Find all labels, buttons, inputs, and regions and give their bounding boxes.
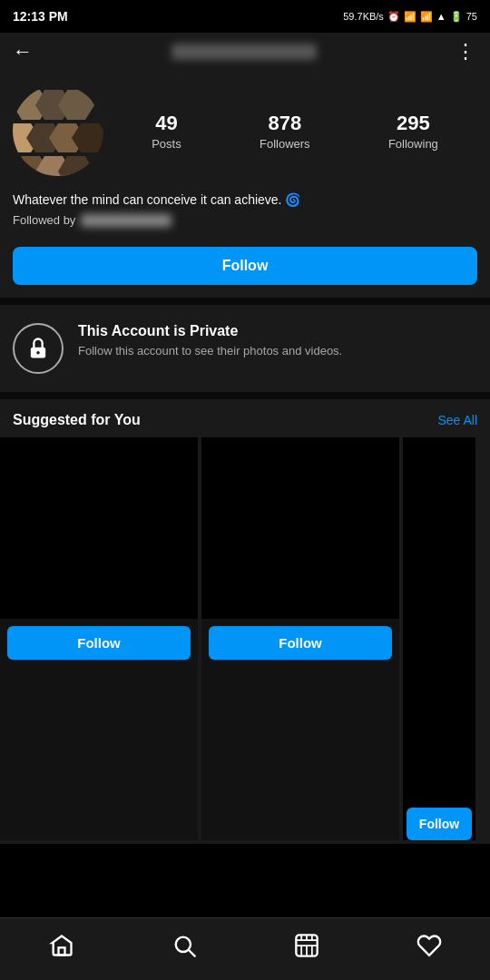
posts-count: 49: [155, 112, 177, 135]
avatar: [13, 85, 103, 176]
more-options-button[interactable]: ⋮: [456, 40, 477, 64]
heart-icon: [416, 933, 442, 958]
suggested-title: Suggested for You: [13, 412, 141, 428]
alarm-icon: ⏰: [387, 11, 400, 23]
section-divider: [0, 298, 490, 305]
card-image-2: [201, 437, 399, 619]
reels-nav-button[interactable]: [276, 929, 338, 962]
lock-icon: [25, 336, 51, 361]
followers-label: Followers: [260, 137, 310, 151]
private-title: This Account is Private: [78, 323, 342, 339]
wifi-icon: 📶: [420, 11, 433, 23]
profile-header: 49 Posts 878 Followers 295 Following: [0, 71, 490, 183]
heart-nav-button[interactable]: [398, 929, 460, 962]
status-time: 12:13 PM: [13, 9, 68, 24]
battery-icon: 🔋: [450, 11, 463, 23]
bio-text: Whatever the mind can conceive it can ac…: [13, 191, 477, 210]
top-nav: ← ⋮: [0, 33, 490, 71]
status-icons: 59.7KB/s ⏰ 📶 📶 ▲ 🔋 75: [343, 11, 477, 23]
home-nav-button[interactable]: [31, 929, 93, 962]
suggested-cards: Follow Follow Follow: [0, 437, 490, 844]
followers-stat: 878 Followers: [260, 112, 310, 151]
followed-by-name-blurred: [81, 214, 172, 227]
status-bar: 12:13 PM 59.7KB/s ⏰ 📶 📶 ▲ 🔋 75: [0, 0, 490, 33]
suggested-follow-button-1[interactable]: Follow: [7, 626, 191, 660]
signal-icon: 📶: [404, 11, 416, 23]
svg-rect-13: [58, 947, 64, 955]
home-icon: [49, 933, 74, 958]
search-nav-button[interactable]: [153, 929, 215, 962]
svg-point-12: [36, 351, 40, 355]
back-button[interactable]: ←: [13, 40, 33, 64]
see-all-button[interactable]: See All: [437, 413, 477, 427]
suggested-card-2: Follow: [201, 437, 399, 840]
lock-icon-circle: [13, 323, 64, 374]
posts-label: Posts: [152, 137, 181, 151]
following-label: Following: [388, 137, 438, 151]
card-image-1: [0, 437, 198, 619]
posts-stat: 49 Posts: [152, 112, 181, 151]
private-description: Follow this account to see their photos …: [78, 343, 342, 359]
battery-level: 75: [466, 11, 477, 22]
followers-count: 878: [268, 112, 301, 135]
private-text: This Account is Private Follow this acco…: [78, 323, 342, 359]
suggested-follow-button-3[interactable]: Follow: [407, 808, 472, 840]
suggested-follow-button-2[interactable]: Follow: [209, 626, 392, 660]
section-divider-2: [0, 392, 490, 399]
suggested-card-1: Follow: [0, 437, 198, 840]
username-blurred: [172, 44, 317, 60]
reels-icon: [294, 933, 319, 958]
followed-by: Followed by: [13, 213, 477, 227]
search-icon: [172, 933, 197, 958]
following-count: 295: [397, 112, 430, 135]
stats-container: 49 Posts 878 Followers 295 Following: [103, 112, 477, 151]
bio-section: Whatever the mind can conceive it can ac…: [0, 183, 490, 238]
bottom-spacer: [0, 844, 490, 916]
svg-line-15: [189, 950, 194, 956]
bottom-nav: [0, 917, 490, 980]
private-account-section: This Account is Private Follow this acco…: [0, 305, 490, 392]
network-speed: 59.7KB/s: [343, 11, 384, 22]
suggested-header: Suggested for You See All: [0, 399, 490, 437]
follow-button[interactable]: Follow: [13, 247, 477, 285]
followed-by-label: Followed by: [13, 213, 75, 227]
wifi-icon2: ▲: [436, 11, 446, 22]
follow-section: Follow: [0, 238, 490, 298]
suggested-card-partial: Follow: [403, 437, 475, 840]
following-stat: 295 Following: [388, 112, 438, 151]
